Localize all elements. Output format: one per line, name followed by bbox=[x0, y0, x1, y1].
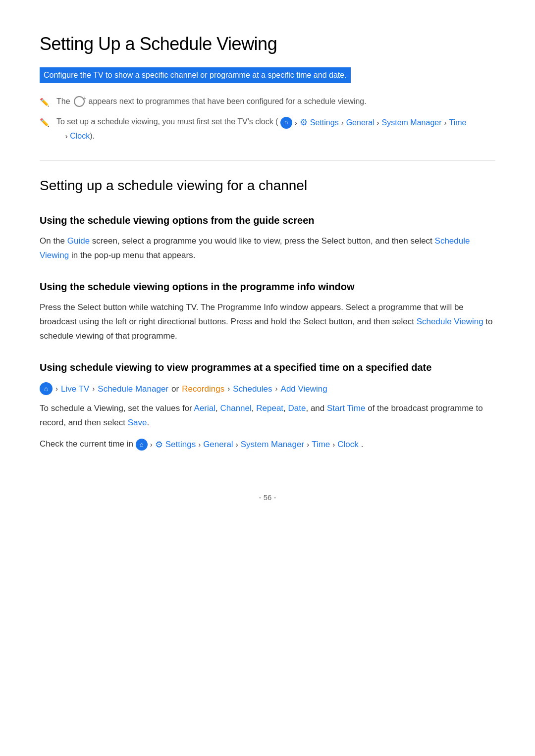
note-2: ✏️ To set up a schedule viewing, you mus… bbox=[40, 115, 495, 142]
field-aerial[interactable]: Aerial bbox=[194, 403, 215, 413]
pencil-icon-2: ✏️ bbox=[40, 116, 50, 129]
subsection3-nav-path: ⌂ › Live TV › Schedule Manager or Record… bbox=[40, 382, 495, 396]
nav-schedules[interactable]: Schedules bbox=[233, 382, 272, 396]
nav-recordings[interactable]: Recordings bbox=[182, 382, 224, 396]
nav-livetv[interactable]: Live TV bbox=[61, 382, 89, 396]
nav-settings-sub3[interactable]: Settings bbox=[165, 438, 196, 452]
section1-heading: Setting up a schedule viewing for a chan… bbox=[40, 175, 495, 197]
field-repeat[interactable]: Repeat bbox=[256, 403, 283, 413]
guide-link[interactable]: Guide bbox=[67, 236, 90, 246]
nav-schedulemanager[interactable]: Schedule Manager bbox=[98, 382, 168, 396]
subsection1-paragraph: On the Guide screen, select a programme … bbox=[40, 234, 495, 263]
note-1-text: The + appears next to programmes that ha… bbox=[56, 95, 495, 108]
nav-clock-note2[interactable]: Clock bbox=[70, 132, 90, 140]
subsection3-paragraph1: To schedule a Viewing, set the values fo… bbox=[40, 402, 495, 430]
settings-icon-note2: ⚙ bbox=[300, 115, 308, 130]
subsection3-nav-path2: ⌂ › ⚙ Settings › General › System Manage… bbox=[136, 437, 364, 453]
settings-icon-sub3b: ⚙ bbox=[155, 437, 163, 453]
nav-sysmanager-note2[interactable]: System Manager bbox=[382, 116, 442, 129]
nav-general-note2[interactable]: General bbox=[346, 116, 374, 129]
nav-sysmanager-sub3[interactable]: System Manager bbox=[241, 438, 305, 452]
nav-settings-note2[interactable]: Settings bbox=[310, 116, 339, 129]
note2-nav-path: ⌂ › ⚙ Settings › General › System Manage… bbox=[280, 115, 467, 130]
subsection2-heading: Using the schedule viewing options in th… bbox=[40, 279, 495, 295]
page-footer: - 56 - bbox=[40, 492, 495, 504]
pencil-icon-1: ✏️ bbox=[40, 96, 50, 109]
subsection2-paragraph: Press the Select button while watching T… bbox=[40, 301, 495, 344]
subsection3-heading: Using schedule viewing to view programme… bbox=[40, 359, 495, 375]
nav-time-note2[interactable]: Time bbox=[449, 116, 467, 129]
field-date[interactable]: Date bbox=[288, 403, 306, 413]
page-title: Setting Up a Schedule Viewing bbox=[40, 30, 495, 58]
home-icon-sub3: ⌂ bbox=[40, 382, 53, 395]
nav-general-sub3[interactable]: General bbox=[203, 438, 233, 452]
home-icon-sub3b: ⌂ bbox=[136, 439, 148, 451]
nav-addviewing[interactable]: Add Viewing bbox=[281, 382, 327, 396]
home-icon-note2: ⌂ bbox=[280, 117, 292, 129]
save-link[interactable]: Save bbox=[128, 418, 147, 427]
nav-time-sub3[interactable]: Time bbox=[312, 438, 330, 452]
field-starttime[interactable]: Start Time bbox=[327, 403, 365, 413]
highlight-bar: Configure the TV to show a specific chan… bbox=[40, 67, 351, 83]
note-1: ✏️ The + appears next to programmes that… bbox=[40, 95, 495, 109]
field-channel[interactable]: Channel bbox=[220, 403, 251, 413]
nav-clock-sub3[interactable]: Clock bbox=[337, 438, 359, 452]
section-divider bbox=[40, 160, 495, 161]
subsection1-heading: Using the schedule viewing options from … bbox=[40, 212, 495, 228]
subsection3-paragraph2: Check the current time in ⌂ › ⚙ Settings… bbox=[40, 437, 495, 453]
schedule-viewing-link-1[interactable]: Schedule Viewing bbox=[40, 236, 470, 260]
note-2-text: To set up a schedule viewing, you must f… bbox=[56, 115, 495, 142]
page-number: - 56 - bbox=[259, 493, 276, 502]
schedule-viewing-link-2[interactable]: Schedule Viewing bbox=[417, 317, 483, 326]
